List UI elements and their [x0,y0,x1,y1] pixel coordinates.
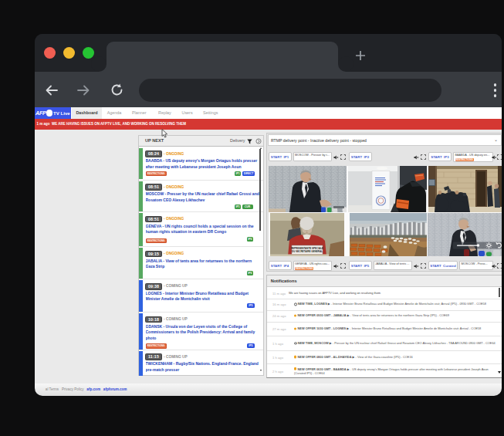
svg-text:DU SECRETAIRE GENERAL: DU SECRETAIRE GENERAL [292,250,323,253]
